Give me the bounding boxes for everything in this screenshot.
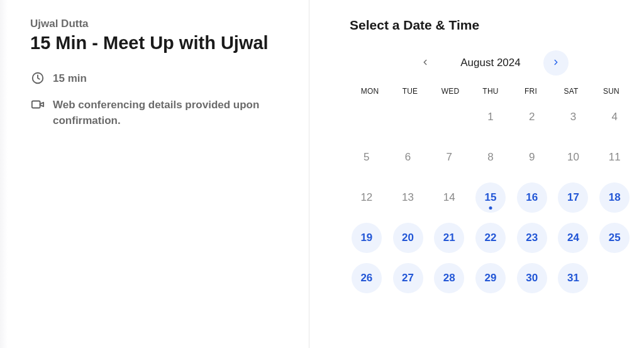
day-number: 8 — [487, 151, 493, 164]
panel-heading: Select a Date & Time — [350, 18, 631, 33]
day-number: 27 — [402, 272, 414, 284]
event-title: 15 Min - Meet Up with Ujwal — [30, 31, 286, 54]
day-disabled: 14 — [432, 181, 466, 214]
day-disabled: 4 — [597, 101, 631, 133]
day-number: 24 — [567, 232, 579, 244]
day-disabled: 10 — [557, 141, 591, 174]
day-number: 21 — [443, 232, 455, 244]
day-number: 17 — [567, 191, 579, 204]
day-number: 20 — [402, 232, 414, 244]
calendar-panel: Select a Date & Time August 2024 MONTUEW… — [309, 0, 644, 348]
day-available[interactable]: 27 — [391, 262, 425, 295]
weekday-label: TUE — [390, 87, 430, 96]
days-grid: 1234567891011121314151617181920212223242… — [350, 101, 631, 295]
day-disabled: 3 — [557, 101, 591, 133]
clock-icon — [30, 70, 45, 86]
day-number: 26 — [360, 272, 372, 284]
weekday-label: WED — [430, 87, 470, 96]
booking-container: Ujwal Dutta 15 Min - Meet Up with Ujwal … — [0, 0, 644, 348]
day-number: 13 — [402, 191, 414, 204]
event-details-panel: Ujwal Dutta 15 Min - Meet Up with Ujwal … — [0, 0, 309, 348]
day-number: 11 — [609, 151, 621, 164]
day-available[interactable]: 24 — [557, 222, 591, 254]
day-disabled: 7 — [432, 141, 466, 174]
day-empty — [391, 101, 425, 133]
svg-rect-1 — [32, 101, 40, 108]
day-available[interactable]: 29 — [474, 262, 508, 295]
day-number: 1 — [487, 111, 493, 123]
day-available[interactable]: 17 — [557, 181, 591, 214]
day-number: 3 — [570, 111, 576, 123]
day-number: 29 — [485, 272, 497, 284]
day-number: 7 — [447, 151, 452, 164]
day-number: 2 — [529, 111, 535, 123]
weekday-label: MON — [350, 87, 390, 96]
day-number: 22 — [485, 232, 497, 244]
duration-text: 15 min — [53, 70, 87, 87]
day-number: 25 — [609, 232, 621, 244]
day-number: 10 — [567, 151, 579, 164]
day-available[interactable]: 18 — [597, 181, 631, 214]
day-number: 9 — [529, 151, 535, 164]
prev-month-button[interactable] — [413, 50, 438, 76]
day-number: 4 — [611, 111, 617, 123]
location-text: Web conferencing details provided upon c… — [53, 97, 286, 128]
day-number: 30 — [526, 272, 538, 284]
weekday-header: MONTUEWEDTHUFRISATSUN — [350, 87, 631, 96]
day-disabled: 6 — [391, 141, 425, 174]
location-row: Web conferencing details provided upon c… — [30, 97, 286, 128]
day-disabled: 12 — [350, 181, 384, 214]
day-disabled: 5 — [350, 141, 384, 174]
chevron-left-icon — [421, 58, 430, 69]
day-available[interactable]: 15 — [474, 181, 508, 214]
day-available[interactable]: 21 — [432, 222, 466, 254]
calendar-grid: MONTUEWEDTHUFRISATSUN 123456789101112131… — [350, 87, 631, 295]
day-number: 23 — [526, 232, 538, 244]
weekday-label: SUN — [591, 87, 631, 96]
chevron-right-icon — [552, 58, 560, 69]
day-disabled: 8 — [474, 141, 508, 174]
day-available[interactable]: 23 — [515, 222, 549, 254]
day-number: 16 — [526, 191, 538, 204]
day-available[interactable]: 20 — [391, 222, 425, 254]
day-number: 5 — [364, 151, 369, 164]
day-available[interactable]: 30 — [515, 262, 549, 295]
day-number: 6 — [405, 151, 411, 164]
day-number: 12 — [360, 191, 372, 204]
day-available[interactable]: 22 — [474, 222, 508, 254]
day-number: 18 — [609, 191, 621, 204]
weekday-label: FRI — [511, 87, 551, 96]
day-disabled: 2 — [515, 101, 549, 133]
day-available[interactable]: 28 — [432, 262, 466, 295]
next-month-button[interactable] — [543, 50, 569, 76]
today-indicator — [489, 206, 492, 210]
host-name: Ujwal Dutta — [30, 18, 286, 30]
month-nav: August 2024 — [350, 50, 631, 76]
day-number: 31 — [567, 272, 579, 284]
day-disabled: 11 — [597, 141, 631, 174]
weekday-label: SAT — [551, 87, 591, 96]
month-label: August 2024 — [460, 57, 520, 69]
day-number: 28 — [443, 272, 455, 284]
day-number: 14 — [443, 191, 455, 204]
day-disabled: 9 — [515, 141, 549, 174]
duration-row: 15 min — [30, 70, 286, 87]
day-disabled: 13 — [391, 181, 425, 214]
day-disabled: 1 — [474, 101, 508, 133]
day-available[interactable]: 19 — [350, 222, 384, 254]
day-number: 19 — [360, 232, 372, 244]
weekday-label: THU — [470, 87, 511, 96]
video-icon — [30, 97, 45, 112]
day-available[interactable]: 31 — [557, 262, 591, 295]
day-number: 15 — [485, 191, 497, 204]
day-available[interactable]: 25 — [597, 222, 631, 254]
day-available[interactable]: 16 — [515, 181, 549, 214]
day-empty — [350, 101, 384, 133]
day-available[interactable]: 26 — [350, 262, 384, 295]
day-empty — [432, 101, 466, 133]
